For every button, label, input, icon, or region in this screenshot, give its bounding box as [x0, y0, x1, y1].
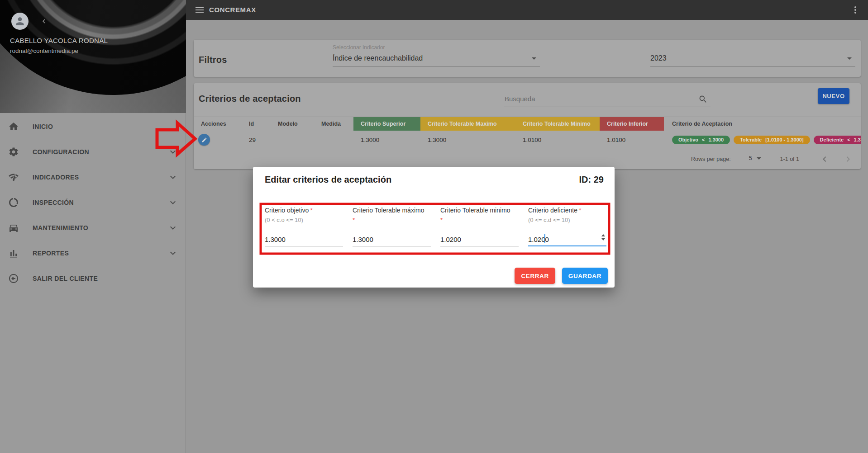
spinner-up-icon[interactable]	[601, 234, 605, 236]
cell-modelo	[271, 131, 314, 149]
bar-chart-icon	[8, 248, 19, 259]
person-icon	[14, 15, 26, 27]
indicator-select-label: Seleccionar Indicador	[333, 44, 540, 52]
criterio-tolerable-maximo-input[interactable]	[353, 233, 431, 246]
col-header-criterio-superior: Criterio Superior	[353, 117, 420, 131]
sidebar-item-salir[interactable]: SALIR DEL CLIENTE	[0, 266, 186, 291]
modal-fields: Criterio objetivo* (0 < c.o <= 10) Crite…	[265, 207, 606, 250]
edit-criteria-modal: Editar criterios de aceptación ID: 29 Cr…	[253, 167, 615, 288]
badge-value: 1.3000	[854, 137, 861, 142]
badge-operator: <	[702, 137, 705, 142]
col-header-criterio-tolerable-minimo: Criterio Tolerable Minimo	[515, 117, 600, 131]
user-email: rodnal@contentmedia.pe	[10, 47, 78, 54]
hamburger-menu-icon[interactable]	[194, 5, 205, 15]
badge-label: Tolerable	[740, 137, 762, 142]
search-field	[504, 93, 711, 107]
cell-criterio-tolerable-maximo: 1.3000	[420, 131, 515, 149]
car-icon	[8, 222, 19, 233]
pagination-range: 1-1 of 1	[780, 156, 799, 162]
save-button[interactable]: GUARDAR	[562, 268, 608, 284]
required-asterisk: *	[310, 207, 312, 214]
col-header-acciones: Acciones	[194, 117, 242, 131]
pencil-icon	[201, 137, 207, 143]
chevron-down-icon	[167, 146, 178, 157]
sidebar-item-label: SALIR DEL CLIENTE	[33, 275, 98, 282]
rows-per-page-value: 5	[749, 155, 752, 161]
sidebar-item-inspeccion[interactable]: INSPECCIÓN	[0, 190, 186, 215]
modal-actions: CERRAR GUARDAR	[515, 268, 608, 284]
cell-criterio-tolerable-minimo: 1.0100	[515, 131, 600, 149]
previous-page-button[interactable]	[819, 154, 830, 165]
sidebar-item-reportes[interactable]: REPORTES	[0, 241, 186, 266]
sidebar-item-configuracion[interactable]: CONFIGURACION	[0, 139, 186, 165]
cell-criterio-inferior: 1.0100	[600, 131, 664, 149]
sidebar-item-label: INSPECCIÓN	[33, 199, 74, 206]
field-label: Criterio Tolerable minimo	[440, 207, 510, 214]
criterio-objetivo-input[interactable]	[265, 233, 343, 246]
next-page-button[interactable]	[843, 154, 854, 165]
badge-operator: <	[847, 137, 850, 142]
chevron-down-icon	[167, 248, 178, 259]
field-label: Criterio objetivo	[265, 207, 309, 214]
sidebar-item-label: INICIO	[33, 123, 53, 130]
rows-per-page-select[interactable]: 5	[746, 155, 762, 163]
criteria-card: Criterios de aceptacion NUEVO Acciones I…	[194, 83, 861, 169]
sidebar-item-label: MANTENIMIENTO	[33, 224, 88, 231]
chevron-down-icon	[167, 197, 178, 208]
user-name: CABELLO YACOLCA RODNAL	[10, 37, 108, 44]
year-select[interactable]: 2023	[650, 44, 855, 66]
criterio-tolerable-minimo-input[interactable]	[440, 233, 519, 246]
field-hint: (0 < c.o <= 10)	[265, 217, 303, 223]
cell-acciones	[194, 131, 242, 149]
sidebar-header-photo: CABELLO YACOLCA RODNAL rodnal@contentmed…	[0, 0, 186, 113]
field-criterio-tolerable-minimo: Criterio Tolerable minimo *	[440, 207, 519, 250]
dial-icon	[8, 197, 19, 208]
sidebar-item-label: REPORTES	[33, 250, 69, 257]
sidebar-item-inicio[interactable]: INICIO	[0, 114, 186, 139]
sidebar-item-indicadores[interactable]: INDICADORES	[0, 165, 186, 190]
year-select-value: 2023	[650, 52, 855, 66]
col-header-criterio-aceptacion: Criterio de Aceptacion	[664, 117, 861, 131]
edit-row-button[interactable]	[198, 134, 210, 146]
table-row: 29 1.3000 1.3000 1.0100 1.0100 Objetivo …	[194, 131, 861, 149]
year-select-label	[650, 44, 855, 52]
filters-title: Filtros	[199, 55, 227, 65]
kebab-menu-icon[interactable]	[850, 5, 861, 15]
required-asterisk: *	[440, 217, 443, 223]
col-header-criterio-tolerable-maximo: Criterio Tolerable Maximo	[420, 117, 515, 131]
indicator-select[interactable]: Seleccionar Indicador Índice de reencauc…	[333, 44, 540, 66]
col-header-id: Id	[242, 117, 271, 131]
home-icon	[8, 121, 19, 132]
sidebar: CABELLO YACOLCA RODNAL rodnal@contentmed…	[0, 0, 186, 453]
table-header-row: Acciones Id Modelo Medida Criterio Super…	[194, 117, 861, 131]
rows-per-page-label: Rows per page:	[691, 156, 731, 162]
badge-range: [1.0100 - 1.3000]	[765, 137, 803, 142]
chevron-down-icon	[167, 222, 178, 233]
sidebar-menu: INICIO CONFIGURACION INDICADORES INSPECC…	[0, 114, 186, 291]
field-criterio-tolerable-maximo: Criterio Tolerable máximo *	[353, 207, 431, 250]
number-spinner[interactable]	[601, 234, 606, 241]
required-asterisk: *	[353, 217, 355, 223]
criteria-title: Criterios de aceptacion	[199, 94, 301, 104]
col-header-modelo: Modelo	[271, 117, 314, 131]
sidebar-item-mantenimiento[interactable]: MANTENIMIENTO	[0, 215, 186, 241]
col-header-medida: Medida	[314, 117, 353, 131]
badge-label: Objetivo	[678, 137, 698, 142]
spinner-down-icon[interactable]	[601, 238, 605, 241]
field-criterio-objetivo: Criterio objetivo* (0 < c.o <= 10)	[265, 207, 343, 250]
gauge-icon	[8, 172, 19, 183]
field-label: Criterio deficiente	[528, 207, 577, 214]
new-button[interactable]: NUEVO	[818, 88, 849, 104]
cell-medida	[314, 131, 353, 149]
chevron-left-icon[interactable]	[40, 17, 48, 25]
badge-deficiente: Deficiente < 1.3000	[814, 136, 861, 144]
field-criterio-deficiente: Criterio deficiente* (0 <= c.d <= 10)	[528, 207, 606, 250]
search-icon[interactable]	[698, 94, 708, 104]
col-header-criterio-inferior: Criterio Inferior	[600, 117, 664, 131]
close-button[interactable]: CERRAR	[515, 268, 555, 284]
sidebar-item-label: INDICADORES	[33, 174, 79, 181]
search-input[interactable]	[504, 93, 711, 107]
exit-arrow-icon	[8, 273, 19, 284]
criterio-deficiente-input[interactable]	[528, 233, 606, 246]
text-cursor	[544, 234, 545, 243]
